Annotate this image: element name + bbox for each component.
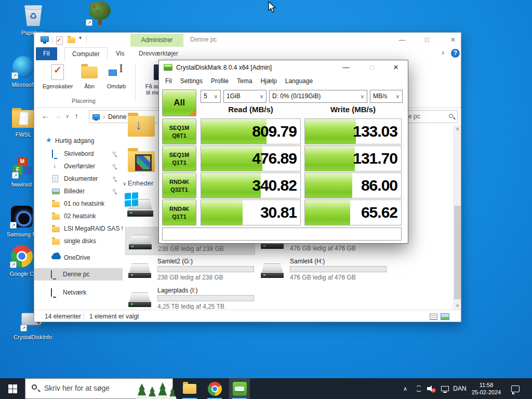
- taskbar-explorer-button[interactable]: [179, 378, 200, 399]
- vertical-scrollbar[interactable]: ∧ ∨: [453, 125, 461, 310]
- ribbon-collapse-icon[interactable]: ∧: [441, 50, 445, 56]
- scrollbar-thumb[interactable]: [454, 206, 461, 299]
- cdm-app-icon: [164, 64, 172, 71]
- sidebar-item-denne-pc[interactable]: Denne pc: [34, 268, 123, 281]
- tab-fil[interactable]: Fil: [36, 47, 57, 60]
- sidebar-item-onedrive[interactable]: OneDrive: [34, 251, 123, 264]
- recycle-bin-icon: ♻: [23, 3, 43, 26]
- status-bar: 14 elementer 1 element er valgt: [34, 310, 461, 322]
- test-size-select[interactable]: 1GiB: [223, 90, 267, 103]
- comment-field[interactable]: [162, 228, 402, 241]
- section-header-enheder[interactable]: ∨ Enheder: [123, 179, 153, 187]
- cdm-close-button[interactable]: ✕: [388, 60, 404, 75]
- ribbon-group-placering: Placering: [50, 98, 117, 104]
- tab-vis[interactable]: Vis: [109, 47, 131, 60]
- rnd4k-q32t1-button[interactable]: RND4KQ32T1: [162, 172, 196, 198]
- meet-now-icon[interactable]: [413, 378, 425, 399]
- taskbar-crystaldiskmark-button[interactable]: [229, 378, 250, 399]
- this-pc-icon: [92, 114, 100, 119]
- write-value: 133.03: [353, 123, 397, 140]
- target-drive-select[interactable]: D: 0% (0/119GiB): [269, 90, 367, 103]
- forward-icon[interactable]: →: [54, 112, 61, 120]
- drive-tile-lagerplads[interactable]: Lagerplads (I:) 4,25 TB ledig af 4,25 TB: [125, 285, 255, 313]
- drive-c-icon[interactable]: [127, 198, 154, 218]
- recent-locations-icon[interactable]: ∨: [65, 113, 69, 119]
- menu-hjaelp[interactable]: Hjælp: [256, 75, 281, 87]
- cdm-window-title: CrystalDiskMark 8.0.4 x64 [Admin]: [176, 64, 272, 71]
- sidebar-item-hurtig-adgang[interactable]: ★ Hurtig adgang: [34, 135, 123, 147]
- folder-tile-downloads-icon[interactable]: [128, 116, 155, 137]
- windows-logo-icon: [8, 384, 17, 393]
- folder-icon: [52, 214, 60, 221]
- quick-access-properties-icon[interactable]: [56, 36, 63, 45]
- seq1m-q1t1-button[interactable]: SEQ1MQ1T1: [162, 145, 196, 171]
- network-icon[interactable]: [438, 378, 451, 399]
- details-view-icon[interactable]: [430, 313, 437, 320]
- unit-select[interactable]: MB/s: [370, 90, 403, 103]
- explorer-minimize-button[interactable]: —: [394, 33, 410, 47]
- help-icon[interactable]: ?: [451, 49, 460, 58]
- cdm-maximize-button[interactable]: □: [364, 60, 380, 75]
- drive-tile-samlet2[interactable]: Samlet2 (G:) 238 GB ledig af 238 GB: [125, 256, 255, 284]
- clock[interactable]: 11:58 25-02-2024: [469, 378, 504, 399]
- folder-tile-videos-icon[interactable]: [128, 151, 155, 172]
- tab-drevvaerktoejer[interactable]: Drevværktøjer: [131, 47, 185, 60]
- sidebar-item-skrivebord[interactable]: Skrivebord: [34, 148, 123, 160]
- action-center-icon[interactable]: [506, 378, 525, 399]
- taskbar-chrome-button[interactable]: [204, 378, 225, 399]
- volume-muted-icon[interactable]: ✕: [425, 378, 437, 399]
- test-count-select[interactable]: 5: [201, 90, 221, 103]
- tab-computer[interactable]: Computer: [64, 47, 108, 60]
- pin-icon: [113, 189, 115, 192]
- write-value: 86.00: [361, 177, 397, 194]
- sidebar-item-billeder[interactable]: Billeder: [34, 185, 123, 197]
- rename-icon: [102, 63, 131, 82]
- quick-access-customize-icon[interactable]: ▾: [79, 35, 82, 41]
- explorer-close-button[interactable]: ✕: [445, 33, 461, 47]
- scroll-up-icon[interactable]: ∧: [453, 125, 461, 133]
- rnd4k-q1t1-button[interactable]: RND4KQ1T1: [162, 200, 196, 225]
- sidebar-item-dokumenter[interactable]: Dokumenter: [34, 172, 123, 185]
- sidebar-item-overfoersler[interactable]: ↓ Overførsler: [34, 160, 123, 172]
- up-icon[interactable]: ↑: [75, 112, 78, 120]
- aabn-button[interactable]: Åbn: [78, 63, 101, 89]
- menu-tema[interactable]: Tema: [233, 75, 256, 87]
- pin-icon: [113, 152, 115, 154]
- sidebar-item-single-disks[interactable]: single disks: [34, 235, 123, 247]
- scroll-down-icon[interactable]: ∨: [453, 302, 461, 310]
- ribbon-tab-strip: Fil Computer Vis Drevværktøjer ∧ ?: [34, 47, 461, 60]
- thumbnail-view-icon[interactable]: [441, 313, 449, 320]
- cdm-menu-bar: Fil Settings Profile Tema Hjælp Language: [159, 75, 408, 87]
- back-icon[interactable]: ←: [42, 112, 49, 120]
- seq1m-q8t1-button[interactable]: SEQ1MQ8T1: [162, 118, 196, 144]
- documents-icon: [52, 175, 58, 184]
- sidebar-item-01-no-heatsink[interactable]: 01 no heatsink: [34, 197, 123, 210]
- cdm-minimize-button[interactable]: —: [338, 60, 354, 75]
- quick-access-computer-icon[interactable]: [41, 36, 49, 42]
- write-result-bar: 131.70: [304, 145, 402, 171]
- file-explorer-icon: [183, 384, 196, 394]
- sidebar-item-netvaerk[interactable]: Netværk: [34, 286, 123, 299]
- read-value: 476.89: [252, 150, 297, 167]
- properties-icon: [39, 63, 76, 82]
- quick-access-newfolder-icon[interactable]: [68, 37, 75, 43]
- language-indicator[interactable]: DAN: [451, 378, 469, 399]
- sidebar-item-02-heatsink[interactable]: 02 heatsink: [34, 210, 123, 222]
- menu-profile[interactable]: Profile: [207, 75, 233, 87]
- context-tab-administrer[interactable]: Administrer: [130, 34, 183, 47]
- menu-fil[interactable]: Fil: [161, 75, 176, 87]
- start-button[interactable]: [0, 378, 25, 399]
- folder-icon: [52, 202, 60, 209]
- desktop-icon-tree-shortcut[interactable]: ↗: [78, 1, 122, 29]
- all-button[interactable]: All: [162, 89, 196, 116]
- omdoeb-button[interactable]: Omdøb: [102, 63, 131, 89]
- tray-show-hidden-icons[interactable]: ∧: [399, 378, 411, 399]
- desktop-icon-recycle-bin[interactable]: ♻ Papirkurv: [11, 3, 55, 36]
- explorer-maximize-button[interactable]: □: [419, 33, 435, 47]
- menu-language[interactable]: Language: [281, 75, 317, 87]
- drive-tile-samlet4[interactable]: Samlet4 (H:) 476 GB ledig af 476 GB: [258, 256, 388, 284]
- egenskaber-button[interactable]: Egenskaber: [39, 63, 76, 89]
- desktop-icon: [52, 150, 53, 157]
- menu-settings[interactable]: Settings: [176, 75, 207, 87]
- sidebar-item-lsi-megaraid[interactable]: LSI MegaRAID SAS 9: [34, 222, 123, 235]
